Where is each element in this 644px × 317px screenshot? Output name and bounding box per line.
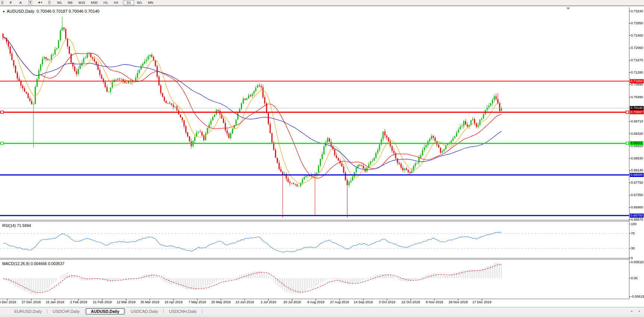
bottom-strip	[0, 315, 644, 317]
level-anchor-handle[interactable]	[1, 111, 3, 114]
timeframe-button-m30[interactable]: M30	[88, 0, 101, 5]
timeframe-button-w1[interactable]: W1	[134, 0, 145, 5]
tab-separator	[202, 309, 202, 314]
dropdown-caret-icon[interactable]: ▾	[41, 1, 43, 4]
toolbar-drag-handle[interactable]	[1, 1, 4, 4]
toolbar-drag-handle-2[interactable]	[48, 1, 51, 4]
moving-averages	[3, 37, 501, 184]
tab-separator	[47, 309, 47, 314]
drawing-tools-group: FAT✦▾	[7, 0, 44, 5]
level-anchor-handle[interactable]	[1, 142, 3, 144]
fibonacci-retracement-tool-icon[interactable]: F	[7, 0, 15, 5]
axis-ticks	[7, 11, 631, 301]
chart-shift-marker-icon[interactable]	[566, 7, 570, 10]
tab-scroll-right-icon[interactable]: ►	[638, 310, 641, 313]
text-label-tool-icon[interactable]: A	[17, 0, 24, 5]
ma-slow-line	[3, 37, 501, 170]
toolbar-separator	[0, 5, 644, 6]
level-anchor-handle[interactable]	[626, 142, 629, 144]
chart-tab-eurusd[interactable]: EURUSD,Daily	[10, 308, 46, 314]
chart-tab-audusd[interactable]: AUDUSD,Daily	[86, 308, 124, 314]
ma-fast-line	[3, 37, 501, 184]
text-tool-icon[interactable]: T	[27, 0, 34, 5]
chart-tab-usdcad[interactable]: USDCAD,Daily	[126, 308, 163, 314]
price-chart-canvas[interactable]	[0, 0, 644, 317]
trading-platform-window: FAT✦▾ M1M5M15M30H1H4D1W1MN ▼AUDUSD,Daily…	[0, 0, 644, 317]
timeframe-button-m1[interactable]: M1	[54, 0, 65, 5]
horizontal-levels	[0, 81, 629, 215]
chart-tab-usdchf[interactable]: USDCHF,Daily	[48, 308, 84, 314]
tab-scroll-left-icon[interactable]: ◄	[630, 310, 633, 313]
timeframe-button-m15[interactable]: M15	[75, 0, 88, 5]
rsi-pane	[0, 232, 629, 252]
tab-separator	[125, 309, 126, 314]
candlestick-series	[3, 17, 502, 218]
timeframe-button-m5[interactable]: M5	[65, 0, 76, 5]
rsi-line	[3, 232, 501, 252]
macd-pane	[3, 262, 501, 295]
chart-tab-usdcnh[interactable]: USDCNH,Daily	[164, 308, 201, 314]
timeframe-buttons-group: M1M5M15M30H1H4D1W1MN	[54, 0, 156, 5]
chart-toolbar: FAT✦▾ M1M5M15M30H1H4D1W1MN	[0, 0, 644, 5]
tab-separator	[163, 309, 164, 314]
timeframe-button-h4[interactable]: H4	[111, 0, 121, 5]
chart-tab-bar: EURUSD,DailyUSDCHF,DailyAUDUSD,DailyUSDC…	[0, 307, 644, 315]
arrow-tools-icon[interactable]: ✦▾	[36, 0, 44, 5]
tab-separator	[85, 309, 85, 314]
macd-signal-line	[3, 264, 501, 293]
level-anchor-handle[interactable]	[626, 111, 629, 114]
timeframe-button-mn[interactable]: MN	[145, 0, 156, 5]
timeframe-button-d1[interactable]: D1	[124, 0, 134, 5]
timeframe-button-h1[interactable]: H1	[100, 0, 111, 5]
